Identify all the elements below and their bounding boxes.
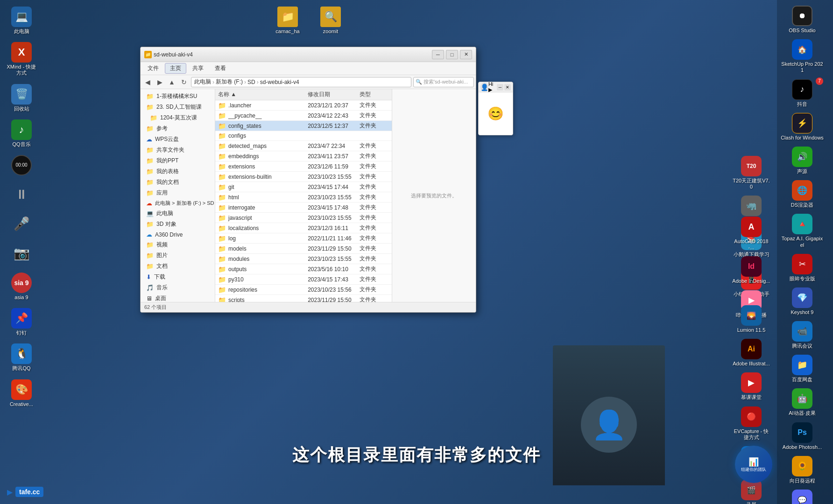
sidebar-item-video[interactable]: 📁 视频 [141,239,215,250]
sidebar-item-shared[interactable]: 📁 共享文件夹 [141,145,215,155]
up-button[interactable]: ▲ [167,77,177,87]
sidebar-item-wps[interactable]: ☁ WPS云盘 [141,134,215,145]
minimize-button[interactable]: ─ [432,50,444,59]
desktop-icon-recycle[interactable]: 🗑️ 回收站 [5,82,38,114]
file-name-text: __pycache__ [228,112,261,119]
toolbar-view-btn[interactable]: 查看 [210,63,231,74]
table-row[interactable]: 📁.launcher2023/12/1 20:37文件夹 [215,100,392,111]
desktop-icon-pause[interactable]: ⏸ [5,182,38,208]
file-name-text: models [228,245,247,252]
sidebar-item-table[interactable]: 📁 我的表格 [141,166,215,177]
app-icon-ai-robot[interactable]: 🤖 AI动器·皮果 [779,386,826,418]
sidebar-item-music[interactable]: 🎵 音乐 [141,282,215,293]
app-icon-clash[interactable]: ⚡ Clash for Windows [779,111,826,143]
search-bar[interactable]: 🔍 搜索'sd-webui-aki... [413,77,474,87]
table-row[interactable]: 📁localizations2023/12/3 16:11文件夹 [215,223,392,233]
sidebar-item-course[interactable]: 📁 1204-莫五次课 [141,112,215,123]
desktop-icon-camera[interactable]: 📷 [5,241,38,267]
sidebar-item-downloads[interactable]: ⬇ 下载 [141,272,215,282]
table-row[interactable]: 📁config_states2023/12/5 12:37文件夹 [215,121,392,131]
search-placeholder: 搜索'sd-webui-aki... [424,78,468,85]
back-button[interactable]: ◀ [142,77,153,87]
sidebar-item-sd[interactable]: 📁 23. SD人工智能课 [141,102,215,112]
app-icon-discord[interactable]: 💬 Discord [779,488,826,504]
table-row[interactable]: 📁log2022/11/21 11:46文件夹 [215,233,392,244]
chat-close-btn[interactable]: ✕ [504,84,511,91]
desktop-icon-mic[interactable]: 🎤 [5,212,38,238]
app-icon-topaz[interactable]: 🔺 Topaz A.I. Gigapixel [779,212,826,250]
table-row[interactable]: 📁scripts2023/11/29 15:50文件夹 [215,295,392,302]
app-icon-tencent-meeting[interactable]: 📹 腾讯会议 [779,319,826,351]
maximize-button[interactable]: □ [446,50,458,59]
desktop-icon-qqmusic[interactable]: ♪ QQ音乐 [5,118,38,149]
table-row[interactable]: 📁extensions2023/12/6 11:59文件夹 [215,161,392,172]
app-icon-yingyan[interactable]: 🔊 声源 [779,145,826,176]
close-button[interactable]: ✕ [460,50,472,59]
file-list[interactable]: 名称 ▲ 修改日期 类型 📁.launcher2023/12/1 20:37文件… [215,89,392,302]
desktop-icon-timer[interactable]: 00:00 [5,153,38,179]
table-row[interactable]: 📁py3102023/4/15 17:43文件夹 [215,274,392,285]
table-row[interactable]: 📁modules2023/10/23 15:55文件夹 [215,254,392,264]
sidebar-item-desktop[interactable]: 🖥 桌面 [141,293,215,302]
sidebar-item-apps[interactable]: 📁 应用 [141,188,215,198]
app-icon-keyshot[interactable]: 💎 Keyshot 9 [779,286,826,317]
desktop-icon-this-pc[interactable]: 💻 此电脑 [5,5,38,36]
toolbar-home-btn[interactable]: 主页 [165,63,186,74]
file-name-text: git [228,184,234,190]
breadcrumb[interactable]: 此电脑 › 新加卷 (F:) › SD › sd-webui-aki-v4 [191,77,411,87]
app-icon-baidu[interactable]: 📁 百度网盘 [779,353,826,385]
desktop-icon-label: asia 9 [14,294,28,301]
sidebar-item-creative-cloud[interactable]: ☁ 此电脑 > 新加卷 (F:) > SD > sd-webui-aki-v4 [141,198,215,208]
app-icon-obs[interactable]: ⏺ OBS Studio [779,4,826,35]
app-icon-yanshou[interactable]: ✂ 眼眸专业版 [779,252,826,284]
sidebar-item-docs[interactable]: 📁 我的文档 [141,177,215,188]
table-row[interactable]: 📁outputs2023/5/16 10:10文件夹 [215,264,392,274]
sidebar-item-label: 此电脑 [156,210,173,217]
table-row[interactable]: 📁javascript2023/10/23 15:55文件夹 [215,213,392,223]
desktop-icon-xmind[interactable]: X XMind - 快捷方式 [5,40,38,78]
table-row[interactable]: 📁repositories2023/10/23 15:56文件夹 [215,285,392,295]
table-row[interactable]: 📁embeddings2023/4/11 23:57文件夹 [215,151,392,161]
refresh-button[interactable]: ↻ [179,77,189,87]
sidebar-item-this-pc[interactable]: 💻 此电脑 [141,208,215,219]
sidebar-item-pictures[interactable]: 📁 图片 [141,250,215,261]
app-icon-illustrator[interactable]: Ai Adobe Illustrat... [730,337,772,369]
table-row[interactable]: 📁detected_maps2023/4/7 22:34文件夹 [215,141,392,151]
app-icon-indesign[interactable]: Id Adobe InDesig... [730,254,772,286]
cloud-icon: ☁ [146,231,152,238]
desktop-icon-asia9[interactable]: sia 9 asia 9 [5,271,38,302]
sidebar-item-documents[interactable]: 📁 文档 [141,261,215,272]
forward-button[interactable]: ▶ [155,77,165,87]
desktop-icon-qq[interactable]: 🐧 腾讯QQ [5,342,38,373]
sidebar-item-a360[interactable]: ☁ A360 Drive [141,230,215,239]
app-icon-lumion[interactable]: 🌄 Lumion 11.5 [730,303,772,335]
app-icon-sketchup[interactable]: 🏠 SketchUp Pro 2021 [779,37,826,75]
desktop-icon-zoomit[interactable]: 🔍 zoomit [314,5,347,36]
app-icon-evcapture[interactable]: 🔴 EVCapture - 快捷方式 [730,405,772,442]
desktop-icon-carnac[interactable]: 📁 carnac_ha [271,5,304,36]
table-row[interactable]: 📁extensions-builtin2023/10/23 15:55文件夹 [215,172,392,182]
col-header-name[interactable]: 名称 ▲ [215,89,305,100]
toolbar-file-btn[interactable]: 文件 [142,63,164,74]
app-icon-autocad[interactable]: A AutoCAD 2018 -... [730,215,772,252]
desktop-icon-creative[interactable]: 🎨 Creative... [5,378,38,409]
col-header-date[interactable]: 修改日期 [305,89,357,100]
sidebar-item-su[interactable]: 📁 1-茶楼橘橘米SU [141,91,215,102]
app-icon-tiktok[interactable]: ♪ 抖音 7 [779,77,826,109]
table-row[interactable]: 📁configs [215,131,392,141]
sidebar-item-ref[interactable]: 📁 参考 [141,123,215,134]
table-row[interactable]: 📁html2023/10/23 15:55文件夹 [215,192,392,203]
table-row[interactable]: 📁git2023/4/15 17:44文件夹 [215,182,392,192]
app-icon-mooc[interactable]: ▶ 慕课课堂 [730,371,772,402]
col-header-type[interactable]: 类型 [357,89,392,100]
chat-minimize-btn[interactable]: ─ [497,84,503,91]
table-row[interactable]: 📁interrogate2023/4/15 17:48文件夹 [215,203,392,213]
table-row[interactable]: 📁models2023/11/29 15:50文件夹 [215,244,392,254]
app-icon-ds[interactable]: 🌐 DS渲染器 [779,178,826,210]
table-row[interactable]: 📁__pycache__2023/4/12 22:43文件夹 [215,111,392,121]
desktop-icon-dingding[interactable]: 📌 钉钉 [5,306,38,338]
sidebar-item-3d[interactable]: 📁 3D 对象 [141,219,215,230]
app-icon-t20[interactable]: T20 T20天正建筑V7.0 [730,154,772,192]
sidebar-item-ppt[interactable]: 📁 我的PPT [141,155,215,166]
toolbar-share-btn[interactable]: 共享 [187,63,209,74]
